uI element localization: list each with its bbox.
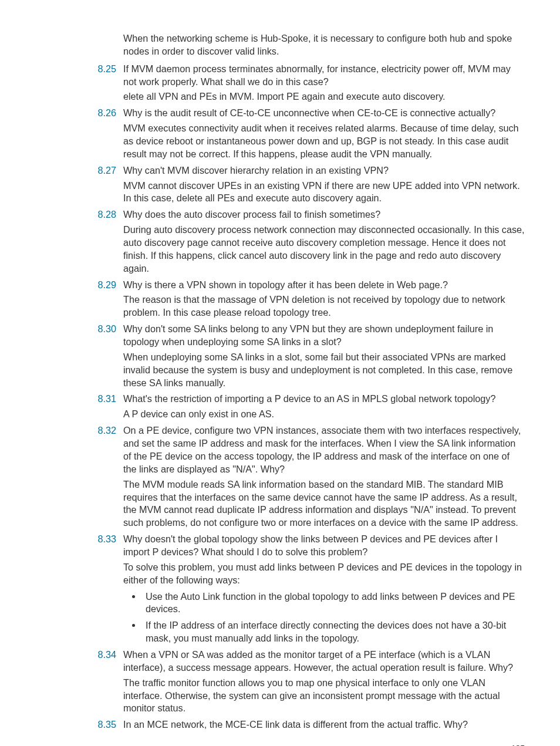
item-question: What's the restriction of importing a P … (123, 393, 525, 406)
faq-item: 8.32On a PE device, configure two VPN in… (35, 424, 525, 475)
item-number: 8.34 (35, 649, 123, 674)
item-number: 8.31 (35, 393, 123, 406)
item-answer: To solve this problem, you must add link… (123, 561, 525, 587)
item-question: Why doesn't the global topology show the… (123, 533, 525, 559)
page-number: 135 (35, 743, 525, 746)
item-number: 8.30 (35, 323, 123, 349)
intro-paragraph: When the networking scheme is Hub-Spoke,… (123, 32, 525, 58)
item-number: 8.27 (35, 164, 123, 177)
faq-item: 8.34When a VPN or SA was added as the mo… (35, 649, 525, 674)
item-answer: elete all VPN and PEs in MVM. Import PE … (123, 90, 525, 103)
item-question: In an MCE network, the MCE-CE link data … (123, 718, 525, 731)
item-answer: A P device can only exist in one AS. (123, 408, 525, 421)
faq-item: 8.33Why doesn't the global topology show… (35, 533, 525, 559)
item-question: Why is the audit result of CE-to-CE unco… (123, 107, 525, 120)
item-answer: The reason is that the massage of VPN de… (123, 293, 525, 319)
item-number: 8.26 (35, 107, 123, 120)
item-question: Why is there a VPN shown in topology aft… (123, 279, 525, 292)
item-question: If MVM daemon process terminates abnorma… (123, 63, 525, 89)
item-answer: The traffic monitor function allows you … (123, 677, 525, 715)
item-question: Why can't MVM discover hierarchy relatio… (123, 164, 525, 177)
faq-item: 8.29Why is there a VPN shown in topology… (35, 279, 525, 292)
faq-item: 8.31What's the restriction of importing … (35, 393, 525, 406)
faq-item: 8.25If MVM daemon process terminates abn… (35, 63, 525, 89)
item-answer: During auto discovery process network co… (123, 224, 525, 275)
item-bullets: Use the Auto Link function in the global… (123, 590, 525, 645)
item-answer: The MVM module reads SA link information… (123, 478, 525, 529)
item-number: 8.29 (35, 279, 123, 292)
item-question: Why does the auto discover process fail … (123, 208, 525, 221)
item-number: 8.35 (35, 718, 123, 731)
item-number: 8.33 (35, 533, 123, 559)
faq-item: 8.35In an MCE network, the MCE-CE link d… (35, 718, 525, 731)
item-question: Why don't some SA links belong to any VP… (123, 323, 525, 349)
item-question: When a VPN or SA was added as the monito… (123, 649, 525, 674)
faq-item: 8.26Why is the audit result of CE-to-CE … (35, 107, 525, 120)
bullet: If the IP address of an interface direct… (142, 619, 525, 645)
faq-item: 8.28Why does the auto discover process f… (35, 208, 525, 221)
faq-item: 8.27Why can't MVM discover hierarchy rel… (35, 164, 525, 177)
bullet: Use the Auto Link function in the global… (142, 590, 525, 616)
item-question: On a PE device, configure two VPN instan… (123, 424, 525, 475)
item-answer: When undeploying some SA links in a slot… (123, 351, 525, 390)
item-answer: MVM executes connectivity audit when it … (123, 122, 525, 161)
item-number: 8.28 (35, 208, 123, 221)
item-number: 8.32 (35, 424, 123, 475)
item-number: 8.25 (35, 63, 123, 89)
faq-item: 8.30Why don't some SA links belong to an… (35, 323, 525, 349)
item-answer: MVM cannot discover UPEs in an existing … (123, 180, 525, 205)
